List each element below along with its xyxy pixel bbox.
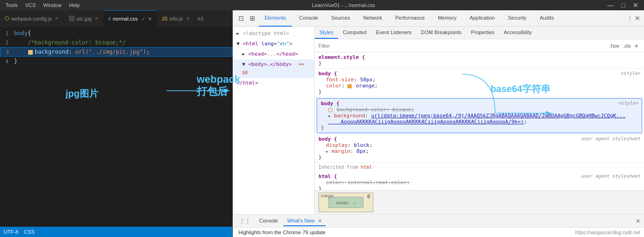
- menu-help[interactable]: Help: [65, 2, 83, 8]
- menu-vcs[interactable]: VCS: [22, 2, 40, 8]
- devtools-tab-console[interactable]: Console: [294, 10, 324, 27]
- code-editor[interactable]: 1 body{ 2 /*background-color: bisque;*/ …: [0, 27, 232, 227]
- tree-html[interactable]: ▼ <html lang="en">: [233, 39, 314, 49]
- rule-close: }: [318, 89, 322, 95]
- bottom-tabs: ⋮⋮ Console What's New ✕ ✕: [233, 214, 644, 227]
- bottom-tab-whatsnew[interactable]: What's New ✕: [283, 216, 325, 226]
- tab-close-info[interactable]: ✕: [186, 16, 190, 21]
- val-color: orange: [356, 83, 375, 89]
- editor-wrapper: 1 body{ 2 /*background-color: bisque;*/ …: [0, 27, 232, 227]
- val-background-url[interactable]: url(data:image/jpeg;base64,/9j/4AAQSkZJR…: [328, 113, 626, 125]
- tree-head[interactable]: ► <head>...</head>: [233, 49, 314, 59]
- filter-plus-btn[interactable]: +: [633, 42, 640, 50]
- code-line-1: 1 body{: [0, 29, 232, 38]
- color-swatch-orange: [348, 84, 352, 88]
- menu-window[interactable]: Window: [39, 2, 65, 8]
- code-line-2: 2 /*background-color: bisque;*/: [0, 38, 232, 47]
- swatch-bisque: [328, 108, 333, 112]
- css-icon: #: [108, 16, 111, 22]
- devtools-toolbar: ⊡ ⊞ Elements Console Sources Network Per…: [233, 10, 644, 27]
- webpack-icon: ⬡: [5, 15, 9, 22]
- rule-source: <style>: [618, 101, 638, 106]
- rule-close: }: [321, 125, 324, 131]
- tab-overflow[interactable]: ≡3: [195, 16, 207, 22]
- tab-label: info.js: [170, 16, 183, 22]
- filter-bar: :hov .cls +: [315, 39, 644, 52]
- tab-close-webpack[interactable]: ✕: [55, 16, 59, 21]
- rule-close: }: [318, 186, 322, 190]
- tree-body[interactable]: ▼ <body>…</body> == $0: [233, 59, 314, 78]
- filter-cls-btn[interactable]: .cls: [621, 43, 633, 49]
- sub-tab-dom-breakpoints[interactable]: DOM Breakpoints: [416, 27, 466, 39]
- bottom-panel-close[interactable]: ✕: [636, 218, 640, 224]
- expand-margin-triangle[interactable]: ►: [326, 149, 328, 154]
- rule-selector: body {: [318, 71, 337, 77]
- prop-color: color: [326, 83, 341, 89]
- tab-pic-jpg[interactable]: ⬛ pic.jpg ✕: [64, 10, 104, 27]
- val-font-size: 50px: [360, 77, 373, 83]
- bottom-tab-close[interactable]: ✕: [318, 218, 322, 223]
- modified-indicator: ✓: [141, 16, 145, 22]
- rule-selector: body {: [318, 136, 337, 142]
- devtools-tab-application[interactable]: Application: [464, 10, 501, 27]
- tab-normal-css[interactable]: # normal.css ✓ ✕: [104, 10, 157, 27]
- editor-panel: ⬡ webpack.config.js ✕ ⬛ pic.jpg ✕ # norm…: [0, 10, 233, 237]
- style-rule-body-1: body { <style> font-size: 50px; color: o: [315, 69, 644, 97]
- status-filetype: CSS: [24, 229, 35, 235]
- devtools-panel: ⊡ ⊞ Elements Console Sources Network Per…: [233, 10, 644, 237]
- minimize-btn[interactable]: —: [604, 1, 618, 9]
- prop-margin: margin: [332, 148, 350, 154]
- val-display: block: [354, 142, 370, 148]
- sub-tab-accessibility[interactable]: Accessibility: [499, 27, 537, 39]
- sub-tab-properties[interactable]: Properties: [466, 27, 499, 39]
- rule-ua-source: user agent stylesheet: [581, 136, 640, 141]
- devtools-tab-memory[interactable]: Memory: [432, 10, 462, 27]
- filter-input[interactable]: [318, 43, 608, 49]
- app-title: LearnVue01 - ...\normal.css: [83, 2, 603, 8]
- rule-html-ua-source: user agent stylesheet: [581, 173, 640, 179]
- sub-tab-computed[interactable]: Computed: [338, 27, 371, 39]
- menu-tools[interactable]: Tools: [2, 2, 22, 8]
- sub-tab-styles[interactable]: Styles: [315, 27, 338, 39]
- prop-display: display: [326, 142, 348, 148]
- tab-webpack-config[interactable]: ⬡ webpack.config.js ✕: [0, 10, 64, 27]
- style-rule-body-bg: body { <style> background-color: bisque;…: [317, 98, 642, 133]
- tab-label: pic.jpg: [77, 16, 92, 22]
- style-rule-element: element.style { }: [315, 52, 644, 69]
- border-val: -: [354, 200, 355, 205]
- bottom-tab-console[interactable]: Console: [255, 216, 281, 226]
- devtools-tab-sources[interactable]: Sources: [326, 10, 355, 27]
- inherited-label: Inherited from html: [315, 163, 644, 172]
- style-rule-body-ua: body { user agent stylesheet display: bl…: [315, 134, 644, 163]
- tab-close-pic[interactable]: ✕: [95, 16, 98, 21]
- bottom-menu-icon[interactable]: ⋮⋮: [237, 218, 253, 224]
- styles-panel: Styles Computed Event Listeners DOM Brea…: [315, 27, 644, 214]
- rule-source: <style>: [621, 71, 640, 76]
- devtools-close-icon[interactable]: ✕: [635, 14, 640, 22]
- status-bar: UTF-8 CSS: [0, 227, 232, 237]
- tab-info-js[interactable]: JS info.js ✕: [157, 10, 195, 27]
- sub-tab-event-listeners[interactable]: Event Listeners: [371, 27, 416, 39]
- devtools-tab-audits[interactable]: Audits: [534, 10, 560, 27]
- devtools-more-icon[interactable]: ⋮: [627, 15, 633, 22]
- devtools-tab-security[interactable]: Security: [502, 10, 532, 27]
- close-btn[interactable]: ✕: [629, 1, 642, 9]
- styles-content: element.style { } body { <style>: [315, 52, 644, 190]
- menu-bar: Tools VCS Window Help LearnVue01 - ...\n…: [0, 0, 644, 10]
- tab-close-normal[interactable]: ✕: [148, 16, 152, 22]
- maximize-btn[interactable]: □: [618, 1, 629, 9]
- expand-bg-triangle[interactable]: ►: [328, 114, 331, 118]
- devtools-mobile-icon[interactable]: ⊞: [248, 13, 257, 24]
- tree-html-close: </html>: [233, 78, 314, 88]
- devtools-tab-elements[interactable]: Elements: [259, 10, 292, 27]
- border-label: border: [336, 201, 348, 205]
- filter-hov-btn[interactable]: :hov: [608, 43, 622, 49]
- prop-bg-color-strikethrough: background-color: bisque;: [337, 107, 415, 113]
- code-line-4: 4 }: [0, 57, 232, 66]
- style-rule-html: html { user agent stylesheet color: inte…: [315, 172, 644, 190]
- devtools-tab-network[interactable]: Network: [358, 10, 388, 27]
- devtools-tab-performance[interactable]: Performance: [390, 10, 430, 27]
- devtools-cursor-icon[interactable]: ⊡: [237, 13, 246, 24]
- box-model: margin 8 border -: [315, 190, 644, 214]
- rule-selector: body {: [321, 101, 340, 107]
